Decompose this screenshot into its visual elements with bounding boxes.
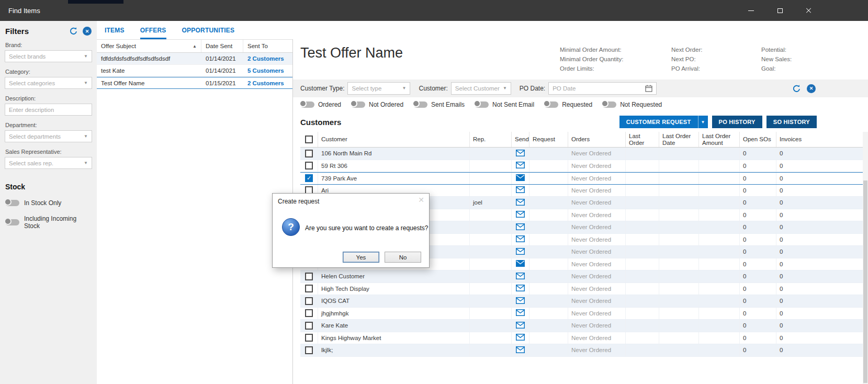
offer-row[interactable]: test Kate01/14/20215 Customers [97, 65, 292, 77]
customers-col-last-order[interactable]: Last Order [626, 132, 659, 147]
customer-row[interactable]: High Tech DisplayNever Ordered00 [300, 283, 863, 296]
row-checkbox-cell[interactable] [300, 160, 318, 172]
row-checkbox[interactable] [305, 150, 313, 157]
send-email-cell[interactable] [512, 173, 529, 184]
toggle-switch[interactable] [602, 101, 616, 108]
so-history-button[interactable]: SO HISTORY [766, 116, 817, 128]
send-email-cell[interactable] [512, 234, 529, 246]
envelope-icon[interactable] [516, 346, 525, 354]
department-select[interactable]: Select departments▼ [5, 130, 92, 142]
offer-sent-to-link[interactable]: 2 Customers [243, 80, 293, 86]
vertical-scrollbar-thumb[interactable] [863, 180, 867, 383]
envelope-icon[interactable] [516, 150, 525, 157]
customers-col-request[interactable]: Request [529, 132, 568, 147]
category-select[interactable]: Select categories▼ [5, 77, 92, 89]
offer-sent-to-link[interactable]: 2 Customers [243, 55, 293, 62]
envelope-icon[interactable] [516, 174, 525, 182]
send-email-cell[interactable] [512, 283, 529, 295]
send-email-cell[interactable] [512, 308, 529, 320]
send-email-cell[interactable] [512, 185, 529, 197]
row-checkbox[interactable] [305, 334, 313, 342]
row-checkbox[interactable] [305, 273, 313, 280]
customer-type-select[interactable]: Select type ▼ [347, 82, 410, 95]
send-email-cell[interactable] [512, 148, 529, 160]
tab-offers[interactable]: OFFERS [140, 21, 166, 39]
customers-col-open-sos[interactable]: Open SOs [740, 132, 776, 147]
description-input[interactable]: Enter description [5, 104, 92, 116]
tab-opportunities[interactable]: OPPORTUNITIES [182, 21, 235, 39]
toggle-switch[interactable] [5, 200, 19, 206]
send-email-cell[interactable] [512, 209, 529, 221]
row-checkbox-cell[interactable] [300, 332, 318, 344]
maximize-button[interactable] [765, 0, 794, 21]
send-email-cell[interactable] [512, 258, 529, 270]
row-checkbox[interactable] [305, 309, 313, 317]
dialog-yes-button[interactable]: Yes [343, 252, 379, 263]
toggle-switch[interactable] [413, 101, 427, 108]
customer-row[interactable]: Kings Highway MarketNever Ordered00 [300, 332, 863, 345]
offer-sent-to-link[interactable]: 5 Customers [243, 67, 293, 74]
row-checkbox-cell[interactable] [300, 270, 318, 283]
send-email-cell[interactable] [512, 295, 529, 307]
select-all-cell[interactable] [300, 132, 318, 147]
dialog-close-icon[interactable]: ✕ [418, 196, 424, 204]
envelope-icon[interactable] [516, 248, 525, 256]
customer-row[interactable]: IQOS CATNever Ordered00 [300, 295, 863, 308]
customers-col-send[interactable]: Send [512, 132, 529, 147]
customers-col-rep[interactable]: Rep. [470, 132, 512, 147]
envelope-icon[interactable] [516, 186, 525, 194]
calendar-icon[interactable] [645, 85, 652, 92]
toggle-switch[interactable] [300, 101, 314, 108]
offers-col-date-sent[interactable]: Date Sent [201, 40, 243, 52]
envelope-icon[interactable] [516, 199, 525, 207]
toggle-switch[interactable] [5, 219, 19, 225]
row-checkbox-cell[interactable] [300, 283, 318, 295]
envelope-icon[interactable] [516, 273, 525, 280]
envelope-icon[interactable] [516, 211, 525, 219]
envelope-icon[interactable] [516, 309, 525, 317]
toggle-switch[interactable] [351, 101, 365, 108]
send-email-cell[interactable] [512, 320, 529, 332]
vertical-scrollbar[interactable] [863, 132, 868, 384]
refresh-filters-icon[interactable] [69, 27, 78, 36]
send-email-cell[interactable] [512, 197, 529, 209]
toggle-switch[interactable] [475, 101, 489, 108]
po-history-button[interactable]: PO HISTORY [712, 116, 762, 128]
offer-row[interactable]: fdfdsfdsfsdfsdfsdfsdfsdsdf01/14/20212 Cu… [97, 53, 292, 65]
toggle-switch[interactable] [544, 101, 558, 108]
row-checkbox[interactable] [305, 162, 313, 170]
envelope-icon[interactable] [516, 297, 525, 305]
customer-select[interactable]: Select Customer ▼ [451, 82, 511, 95]
brand-select[interactable]: Select brands▼ [5, 50, 92, 62]
customer-request-dropdown-arrow[interactable]: ▼ [698, 116, 708, 128]
select-all-checkbox[interactable] [305, 135, 313, 143]
send-email-cell[interactable] [512, 332, 529, 344]
customers-col-invoices[interactable]: Invoices [776, 132, 863, 147]
row-checkbox-cell[interactable] [300, 344, 318, 356]
envelope-icon[interactable] [516, 285, 525, 292]
send-email-cell[interactable] [512, 270, 529, 283]
refresh-customers-icon[interactable] [792, 84, 801, 93]
clear-customer-filters-icon[interactable]: ✕ [807, 84, 816, 93]
customer-row[interactable]: jhgjhmhgkNever Ordered00 [300, 308, 863, 320]
customer-row[interactable]: lkjlk;Never Ordered00 [300, 344, 863, 357]
close-button[interactable] [794, 0, 823, 21]
customers-col-last-order-date[interactable]: Last Order Date [659, 132, 699, 147]
customers-col-last-order-amount[interactable]: Last Order Amount [699, 132, 740, 147]
row-checkbox[interactable] [305, 322, 313, 330]
envelope-icon[interactable] [516, 322, 525, 330]
envelope-icon[interactable] [516, 260, 525, 268]
row-checkbox-cell[interactable]: ✓ [300, 173, 318, 184]
offer-row[interactable]: Test Offer Name01/15/20212 Customers [97, 77, 292, 89]
customer-row[interactable]: Kare KateNever Ordered00 [300, 320, 863, 332]
tab-items[interactable]: ITEMS [105, 21, 125, 39]
send-email-cell[interactable] [512, 160, 529, 172]
row-checkbox[interactable]: ✓ [305, 174, 313, 182]
customers-col-customer[interactable]: Customer [318, 132, 470, 147]
customer-row[interactable]: ✓739 Park AveNever Ordered00 [300, 172, 863, 185]
sales-representative-select[interactable]: Select sales rep.▼ [5, 157, 92, 169]
customer-row[interactable]: 59 Rt 306Never Ordered00 [300, 160, 863, 173]
row-checkbox[interactable] [305, 297, 313, 305]
row-checkbox[interactable] [305, 346, 313, 354]
row-checkbox-cell[interactable] [300, 148, 318, 160]
